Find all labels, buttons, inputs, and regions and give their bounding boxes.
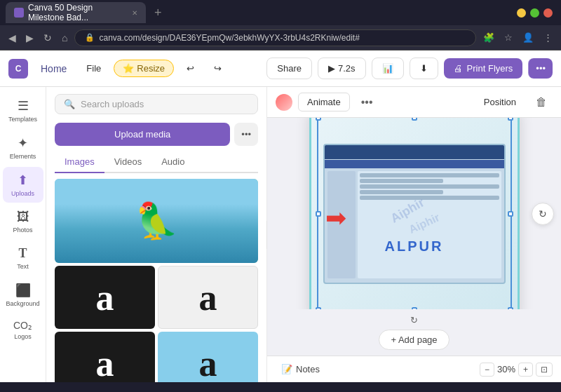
search-icon: 🔍 (64, 99, 75, 109)
file-menu-btn[interactable]: File (79, 59, 108, 78)
tab-images[interactable]: Images (55, 151, 104, 172)
more-icon: ••• (536, 63, 546, 74)
forward-btn[interactable]: ▶ (23, 29, 36, 46)
design-header-bar (325, 145, 504, 159)
zoom-out-btn[interactable]: − (480, 363, 494, 377)
sidebar-item-uploads[interactable]: ⬆ Uploads (3, 167, 43, 203)
design-line-5 (360, 196, 499, 200)
parrot-visual: 🦜 (55, 179, 258, 263)
canvas-area: Animate ••• Position 🗑 (267, 87, 561, 382)
design-nav (325, 160, 504, 168)
design-main-mock (358, 171, 501, 278)
design-card-inner: Aiphir Aiphir ALPUR ➡ (311, 118, 518, 309)
refresh-design-btn[interactable]: ↻ (532, 203, 554, 225)
sidebar-item-elements[interactable]: ✦ Elements (3, 130, 43, 165)
upload-media-row: Upload media ••• (46, 120, 266, 151)
photos-label: Photos (13, 227, 32, 234)
tab-audio[interactable]: Audio (151, 151, 194, 172)
resize-btn[interactable]: ⭐ Resize (114, 60, 174, 77)
nav-bar: ◀ ▶ ↻ ⌂ 🔒 canva.com/design/DAE36YEpmQw/3… (0, 25, 561, 50)
text-label: Text (17, 263, 29, 270)
position-btn[interactable]: Position (475, 93, 525, 111)
browser-menu-icon[interactable]: ⋮ (541, 31, 555, 44)
letter-a-dark-2[interactable]: a (55, 332, 155, 382)
address-bar[interactable]: 🔒 canva.com/design/DAE36YEpmQw/3ebkhWyYX… (74, 29, 476, 46)
bookmark-icon[interactable]: ☆ (501, 31, 515, 44)
templates-label: Templates (8, 116, 37, 123)
upload-media-btn[interactable]: Upload media (55, 123, 230, 146)
red-arrow-icon: ➡ (325, 203, 346, 232)
upload-more-btn[interactable]: ••• (234, 123, 258, 146)
sidebar-item-logos[interactable]: CO₂ Logos (3, 314, 43, 346)
delete-btn[interactable]: 🗑 (530, 93, 553, 112)
logos-label: Logos (14, 333, 32, 340)
text-icon: T (18, 246, 27, 261)
home-nav-btn[interactable]: Home (34, 60, 74, 77)
uploads-panel: 🔍 Upload media ••• Images Videos Audio 🦜… (46, 87, 267, 382)
sidebar-item-text[interactable]: T Text (3, 241, 43, 276)
back-btn[interactable]: ◀ (6, 29, 19, 46)
toolbar-more-btn[interactable]: ••• (356, 93, 379, 111)
panel-search: 🔍 (46, 87, 266, 120)
uploads-icon: ⬆ (18, 173, 28, 188)
add-page-btn[interactable]: + Add page (379, 330, 449, 350)
search-box[interactable]: 🔍 (55, 94, 258, 114)
background-label: Background (6, 300, 39, 307)
new-tab-btn[interactable]: + (149, 6, 168, 20)
letter-a-light-1[interactable]: a (158, 266, 258, 329)
parrot-image[interactable]: 🦜 (55, 179, 258, 263)
zoom-in-btn[interactable]: + (518, 363, 533, 377)
zoom-fit-btn[interactable]: ⊡ (536, 363, 553, 377)
sidebar-item-photos[interactable]: 🖼 Photos (3, 204, 43, 239)
redo-btn[interactable]: ↪ (207, 59, 229, 78)
sync-btn[interactable]: ↻ (410, 315, 418, 325)
minimize-btn[interactable] (517, 8, 526, 18)
search-input[interactable] (81, 99, 249, 109)
canvas-toolbar: Animate ••• Position 🗑 (267, 87, 561, 118)
bottom-bar: 📝 Notes − 30% + ⊡ (267, 356, 561, 382)
letter-a-text-1: a (96, 277, 114, 318)
design-line-2 (360, 179, 443, 183)
stats-btn[interactable]: 📊 (372, 58, 404, 79)
design-screenshot (323, 144, 506, 284)
undo-icon: ↩ (187, 63, 194, 74)
sidebar-item-templates[interactable]: ☰ Templates (3, 93, 43, 128)
more-options-btn[interactable]: ••• (528, 58, 553, 79)
close-btn[interactable] (543, 8, 553, 18)
notes-btn[interactable]: 📝 Notes (276, 361, 325, 377)
redo-icon: ↪ (214, 63, 222, 74)
tab-close-btn[interactable]: ✕ (132, 9, 137, 17)
share-btn[interactable]: Share (266, 58, 312, 79)
extensions-icon[interactable]: 🧩 (480, 31, 497, 44)
undo-btn[interactable]: ↩ (180, 59, 201, 78)
home-btn[interactable]: ⌂ (59, 29, 70, 46)
refresh-btn[interactable]: ↻ (41, 29, 55, 46)
design-line-4 (360, 190, 443, 194)
active-tab[interactable]: Canva 50 Design Milestone Bad... ✕ (6, 2, 146, 23)
media-grid: 🦜 a a a a (46, 173, 266, 382)
notes-icon: 📝 (281, 364, 292, 374)
letter-a-sky-1[interactable]: a (158, 332, 258, 382)
sidebar-icons: ☰ Templates ✦ Elements ⬆ Uploads 🖼 Photo… (0, 87, 46, 382)
download-btn[interactable]: ⬇ (410, 58, 438, 79)
design-card[interactable]: Aiphir Aiphir ALPUR ➡ (309, 118, 520, 309)
app-header: C Home File ⭐ Resize ↩ ↪ Share ▶ 7.2s 📊 … (0, 50, 561, 87)
url-text: canva.com/design/DAE36YEpmQw/3ebkhWyYX-3… (99, 33, 359, 43)
window-controls (517, 8, 555, 18)
profile-icon[interactable]: 👤 (520, 31, 536, 44)
media-tabs: Images Videos Audio (55, 151, 258, 173)
nav-icons: 🧩 ☆ 👤 ⋮ (480, 31, 555, 44)
app-logo: C (8, 59, 28, 79)
arrow-overlay: ➡ (325, 203, 346, 233)
animate-btn[interactable]: Animate (298, 93, 350, 111)
logo-letter: C (15, 64, 22, 74)
sidebar-item-background[interactable]: ⬛ Background (3, 277, 43, 313)
letter-a-text-3: a (96, 343, 114, 383)
tab-videos[interactable]: Videos (104, 151, 152, 172)
print-flyers-btn[interactable]: 🖨 Print Flyers (444, 58, 523, 79)
play-btn[interactable]: ▶ 7.2s (318, 58, 366, 79)
maximize-btn[interactable] (530, 8, 539, 18)
stats-icon: 📊 (382, 63, 393, 74)
letter-a-dark-1[interactable]: a (55, 266, 155, 329)
design-content-area (325, 168, 504, 281)
